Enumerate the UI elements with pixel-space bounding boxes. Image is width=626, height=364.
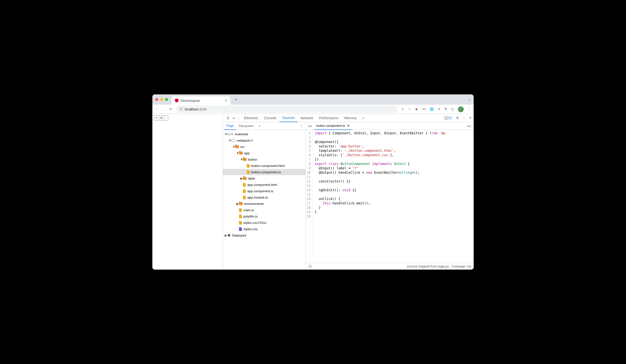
side-panel-icon[interactable]: ◫ [451,107,454,111]
tree-deployed[interactable]: ▶Deployed [223,232,306,238]
editor-pane: ▯◂ button.component.ts ✕ ▸▯ 123456789101… [306,122,474,270]
status-bar: {} (source mapped from main.js) Coverage… [306,263,474,270]
tab-network[interactable]: Network [298,114,316,122]
url-field[interactable]: ⓘ localhost:4200 [176,106,397,113]
source-map-link[interactable]: main.js [438,264,448,268]
navigator-pane: Page Filesystem » ⋮ ▼</>Authored ▼webpac… [223,122,306,270]
tab-memory[interactable]: Memory [342,114,360,122]
navigator-tabs: Page Filesystem » ⋮ [223,122,306,130]
minimize-window-button[interactable] [160,98,163,101]
tab-performance[interactable]: Performance [316,114,341,122]
tree-styles[interactable]: styles.css [223,226,306,232]
counter-widget: + 0 - [154,115,168,120]
nav-tab-page[interactable]: Page [224,122,236,130]
reload-button[interactable]: ⟳ [169,107,172,111]
device-toggle-icon[interactable]: ▭ [231,116,237,120]
file-tab-label: button.component.ts [316,124,345,127]
back-button[interactable]: ← [155,107,158,111]
devtools: ⮁ ▭ Elements Console Sources Network Per… [223,114,474,270]
content-area: + 0 - ⮁ ▭ Elements Console Sources Netwo… [152,114,474,270]
tab-overflow[interactable]: » [359,114,367,122]
extensions-puzzle-icon[interactable]: ✦ [438,107,440,111]
code-area[interactable]: import { Component, OnInit, Input, Outpu… [313,130,474,263]
bookmark-icon[interactable]: ☆ [408,107,411,111]
tree-environments[interactable]: ▶environments [223,200,306,207]
devtools-tabs: ⮁ ▭ Elements Console Sources Network Per… [223,114,474,122]
tree-button-html[interactable]: button.component.html [223,163,306,169]
extension-globe-icon[interactable]: 🌐 [430,107,434,111]
toolbar-icons: ⇪ ☆ ☻ 👓 🌐 ✦ ⚗ ◫ ⋮ [401,106,471,112]
tree-authored[interactable]: ▼</>Authored [223,131,306,137]
gutter: 1234567891011121314151617181920 [306,130,313,263]
nav-tab-filesystem[interactable]: Filesystem [236,122,256,130]
issues-badge[interactable]: 💬 1 [443,116,453,120]
counter-value: 0 [159,115,164,120]
profile-avatar[interactable] [458,106,464,112]
labs-icon[interactable]: ⚗ [444,107,447,111]
angular-icon [175,99,179,103]
settings-icon[interactable]: ⚙ [456,116,459,120]
format-icon[interactable]: {} [308,264,312,268]
extension-incognito-icon[interactable]: 👓 [422,107,426,111]
browser-tab[interactable]: DemoAngular ✕ [172,96,230,105]
devtools-body: Page Filesystem » ⋮ ▼</>Authored ▼webpac… [223,122,474,270]
tree-app-ts[interactable]: app.component.ts [223,188,306,194]
tree-app[interactable]: ▼app [223,150,306,156]
tree-button-folder[interactable]: ▼button [223,156,306,163]
more-icon[interactable]: ⋮ [463,116,466,120]
increment-button[interactable]: + [154,115,159,120]
editor-tabs: ▯◂ button.component.ts ✕ ▸▯ [306,122,474,130]
traffic-lights [155,98,168,101]
tab-elements[interactable]: Elements [241,114,261,122]
forward-button[interactable]: → [162,107,165,111]
tree-label-folder[interactable]: ▶label [223,175,306,182]
url-host: localhost [185,107,198,111]
tree-webpack[interactable]: ▼webpack:// [223,137,306,144]
nav-tab-overflow[interactable]: » [256,122,263,130]
source-tree: ▼</>Authored ▼webpack:// ▼src ▼app ▼butt… [223,130,306,270]
close-tab-button[interactable]: ✕ [225,99,227,103]
code-editor[interactable]: 1234567891011121314151617181920 import {… [306,130,474,263]
close-file-tab[interactable]: ✕ [347,124,350,127]
tree-src[interactable]: ▼src [223,144,306,150]
browser-window: DemoAngular ✕ + ⌄ ← → ⟳ ⓘ localhost:4200… [152,94,474,270]
nav-more-icon[interactable]: ⋮ [298,124,305,128]
url-bar: ← → ⟳ ⓘ localhost:4200 ⇪ ☆ ☻ 👓 🌐 ✦ ⚗ ◫ ⋮ [152,105,474,114]
new-tab-button[interactable]: + [235,97,237,102]
toggle-navigator-icon[interactable]: ▯◂ [307,124,313,128]
tab-overflow-button[interactable]: ⌄ [468,98,471,102]
tree-styles-q[interactable]: styles.css?231c [223,219,306,226]
extension-face-icon[interactable]: ☻ [415,107,418,111]
tree-app-module[interactable]: app.module.ts [223,194,306,200]
tab-console[interactable]: Console [261,114,279,122]
coverage-info: Coverage: n/a [451,264,471,268]
tree-polyfills[interactable]: polyfills.ts [223,213,306,219]
tree-app-html[interactable]: app.component.html [223,182,306,188]
maximize-window-button[interactable] [165,98,168,101]
site-info-icon[interactable]: ⓘ [179,107,183,111]
menu-icon[interactable]: ⋮ [468,107,471,111]
close-window-button[interactable] [155,98,158,101]
tab-title: DemoAngular [181,99,200,103]
tree-button-ts[interactable]: button.component.ts [223,169,306,175]
close-devtools-button[interactable]: ✕ [469,116,472,120]
toggle-debugger-icon[interactable]: ▸▯ [466,124,473,128]
titlebar: DemoAngular ✕ + ⌄ [152,94,474,105]
inspect-icon[interactable]: ⮁ [225,116,231,120]
share-icon[interactable]: ⇪ [401,107,404,111]
file-tab[interactable]: button.component.ts ✕ [314,122,352,130]
url-port: :4200 [198,107,207,111]
page-viewport: + 0 - [152,114,223,270]
decrement-button[interactable]: - [164,115,168,120]
tab-sources[interactable]: Sources [279,114,298,122]
source-map-info: (source mapped from main.js) [407,264,449,268]
tree-main-ts[interactable]: main.ts [223,207,306,213]
